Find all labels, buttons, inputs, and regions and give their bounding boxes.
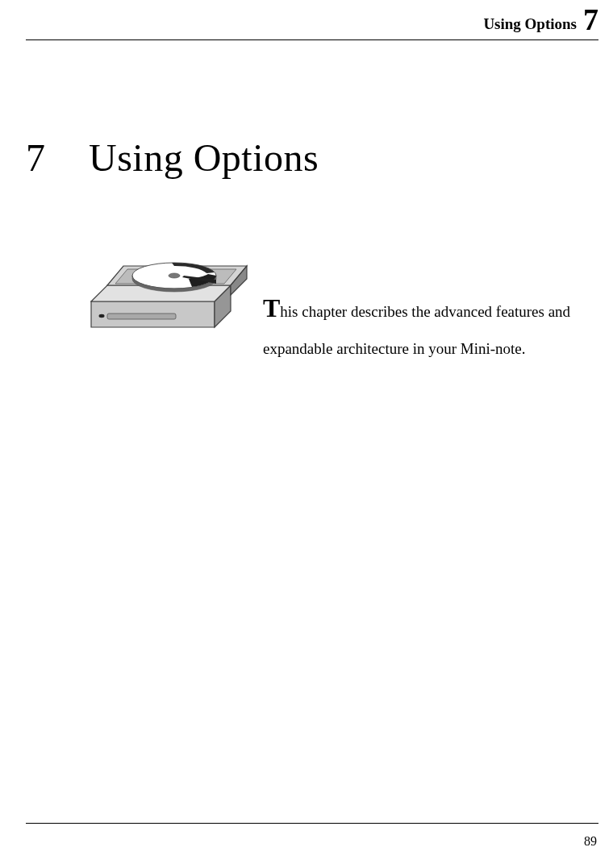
svg-point-9 (99, 314, 105, 318)
chapter-intro-paragraph: This chapter describes the advanced feat… (263, 243, 597, 364)
disk-drive-illustration (87, 243, 248, 336)
chapter-heading: 7 Using Options (26, 135, 597, 180)
intro-text: his chapter describes the advanced featu… (263, 303, 570, 357)
svg-point-7 (169, 273, 180, 278)
running-head-chapter-number: 7 (583, 4, 598, 35)
intro-dropcap: T (263, 293, 280, 322)
page-header: Using Options 7 (26, 0, 598, 40)
page-container: Using Options 7 7 Using Options (0, 0, 613, 868)
running-head-text: Using Options (483, 16, 577, 35)
disk-drive-icon (87, 243, 248, 336)
chapter-title: Using Options (89, 135, 319, 180)
chapter-intro-row: This chapter describes the advanced feat… (87, 243, 597, 364)
svg-rect-8 (107, 314, 176, 319)
page-number: 89 (584, 834, 597, 849)
footer-rule (26, 823, 598, 824)
chapter-number: 7 (26, 135, 89, 180)
